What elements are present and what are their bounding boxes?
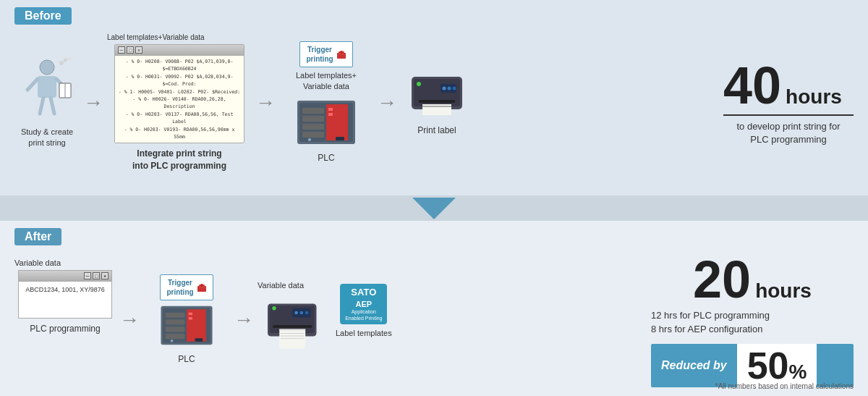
label-templates-text: Label templates+Variable data bbox=[296, 70, 357, 91]
trigger-box-before: Triggerprinting bbox=[299, 41, 352, 67]
trigger-box-after: Triggerprinting bbox=[160, 274, 213, 300]
win-btn-min[interactable]: ─ bbox=[118, 46, 125, 54]
code-content: - % 0- H0208- V0088- P02 $A,071,039,0- $… bbox=[115, 56, 244, 143]
code-label: Label templates+Variable data bbox=[107, 33, 252, 41]
var-data-text: ABCD1234, 1001, XY/9876 bbox=[23, 286, 107, 293]
after-content: Variable data ─ □ × ABCD1234, 1001, XY/9… bbox=[14, 251, 854, 389]
after-hours-display: 20 hours bbox=[651, 253, 854, 306]
down-arrow-icon bbox=[412, 198, 456, 219]
after-hours-box: 20 hours 12 hrs for PLC programming 8 hr… bbox=[637, 253, 854, 387]
after-printer-col: Variable data bbox=[258, 281, 330, 359]
svg-point-23 bbox=[308, 138, 311, 141]
printer-icon-after bbox=[258, 294, 330, 359]
after-step-plc-prog: Variable data ─ □ × ABCD1234, 1001, XY/9… bbox=[14, 258, 116, 335]
svg-rect-21 bbox=[328, 108, 333, 111]
plc-icon-before bbox=[294, 97, 359, 148]
svg-rect-55 bbox=[273, 325, 312, 328]
after-var-label-1: Variable data bbox=[14, 258, 61, 267]
svg-point-13 bbox=[340, 51, 343, 54]
var-window: ─ □ × ABCD1234, 1001, XY/9876 bbox=[18, 270, 112, 319]
code-window: ─ □ × - % 0- H0208- V0088- P02 $A,071,03… bbox=[114, 44, 244, 143]
win-btn-close[interactable]: × bbox=[135, 46, 142, 54]
svg-rect-58 bbox=[279, 329, 305, 331]
step-plc-label: PLC bbox=[318, 152, 334, 164]
before-hours-box: 40 hours to develop print string forPLC … bbox=[709, 59, 854, 146]
svg-rect-42 bbox=[166, 327, 185, 332]
after-hours-number: 20 bbox=[693, 253, 751, 306]
var-btn-min[interactable]: ─ bbox=[84, 272, 91, 279]
step-study-label: Study & createprint string bbox=[21, 127, 73, 149]
svg-point-0 bbox=[40, 60, 54, 75]
reduced-box: Reduced by 50 % bbox=[651, 344, 854, 387]
reduced-percent-sign: % bbox=[789, 361, 807, 384]
svg-line-7 bbox=[51, 98, 54, 114]
code-line-6: - % 0- H0203- V0193- RDA00,56,56,90mm x … bbox=[118, 126, 241, 141]
svg-line-2 bbox=[27, 79, 38, 90]
svg-rect-28 bbox=[422, 106, 451, 107]
sato-text: SATO bbox=[344, 287, 383, 299]
svg-rect-33 bbox=[419, 100, 455, 103]
var-window-titlebar: ─ □ × bbox=[19, 271, 111, 282]
svg-point-56 bbox=[272, 306, 276, 310]
svg-rect-61 bbox=[281, 338, 304, 339]
svg-rect-16 bbox=[302, 108, 324, 114]
printer-icon-before bbox=[408, 69, 466, 120]
trigger-icon-after bbox=[197, 282, 207, 292]
svg-rect-17 bbox=[302, 116, 324, 122]
svg-rect-41 bbox=[166, 320, 185, 325]
var-btn-max[interactable]: □ bbox=[93, 272, 100, 279]
svg-point-32 bbox=[453, 86, 456, 90]
win-btn-max[interactable]: □ bbox=[127, 46, 134, 54]
trigger-label-before: Triggerprinting bbox=[306, 45, 333, 64]
step-integrate: Label templates+Variable data ─ □ × - % … bbox=[107, 33, 252, 172]
reduced-percent-number: 50 bbox=[747, 347, 789, 384]
code-line-2: - % 0- H0031- V0092- P02 $A,028,034,9- $… bbox=[118, 73, 241, 88]
after-desc-line1: 12 hrs for PLC programming bbox=[651, 308, 854, 323]
svg-point-34 bbox=[417, 82, 421, 86]
step-study: Study & createprint string bbox=[14, 57, 80, 149]
after-label: After bbox=[14, 228, 61, 245]
before-label: Before bbox=[14, 7, 72, 25]
trigger-label-after: Triggerprinting bbox=[166, 278, 193, 297]
after-hours-desc: 12 hrs for PLC programming 8 hrs for AEP… bbox=[651, 308, 854, 337]
step-print: Print label bbox=[401, 69, 473, 137]
after-step-plc-label: PLC bbox=[178, 353, 195, 366]
trigger-icon-before bbox=[336, 49, 346, 59]
svg-rect-40 bbox=[166, 313, 185, 318]
aep-badge: SATO AEP ApplicationEnabled Printing bbox=[340, 284, 387, 324]
arrow-1: → bbox=[83, 91, 103, 114]
svg-rect-24 bbox=[336, 137, 344, 140]
after-step-printer: Variable data bbox=[258, 281, 402, 359]
svg-rect-46 bbox=[189, 317, 192, 320]
svg-point-37 bbox=[200, 284, 203, 287]
svg-point-47 bbox=[171, 340, 174, 342]
svg-point-8 bbox=[59, 61, 64, 65]
after-step-plc: Triggerprinting bbox=[143, 274, 230, 366]
after-arrow-1: → bbox=[119, 308, 140, 332]
after-step-plc-prog-label: PLC programming bbox=[30, 323, 100, 335]
main-container: Before bbox=[0, 0, 868, 396]
svg-line-6 bbox=[40, 98, 43, 114]
before-section: Before bbox=[0, 0, 868, 195]
code-window-titlebar: ─ □ × bbox=[115, 45, 244, 56]
code-line-1: - % 0- H0208- V0088- P02 $A,071,039,0- $… bbox=[118, 58, 241, 73]
aep-text: AEP bbox=[344, 299, 383, 309]
before-hours-display: 40 hours bbox=[723, 59, 854, 111]
svg-rect-22 bbox=[328, 113, 333, 116]
svg-point-52 bbox=[294, 311, 298, 315]
arrow-2: → bbox=[255, 91, 276, 114]
arrow-3: → bbox=[377, 91, 397, 114]
svg-rect-57 bbox=[279, 329, 305, 349]
footnote: *All numbers based on internal calculati… bbox=[715, 382, 854, 390]
after-section: After Variable data ─ □ × ABCD1234, 1001… bbox=[0, 221, 868, 396]
svg-rect-19 bbox=[302, 132, 324, 138]
svg-point-31 bbox=[448, 86, 451, 90]
reduced-label: Reduced by bbox=[651, 353, 737, 378]
aep-subtext: ApplicationEnabled Printing bbox=[344, 309, 383, 321]
after-desc-line2: 8 hrs for AEP configuration bbox=[651, 322, 854, 337]
var-btn-close[interactable]: × bbox=[101, 272, 109, 279]
svg-rect-1 bbox=[38, 76, 56, 98]
step-plc: Triggerprinting Label templates+Variable… bbox=[279, 41, 373, 164]
svg-rect-45 bbox=[189, 313, 192, 316]
svg-point-54 bbox=[305, 311, 309, 315]
